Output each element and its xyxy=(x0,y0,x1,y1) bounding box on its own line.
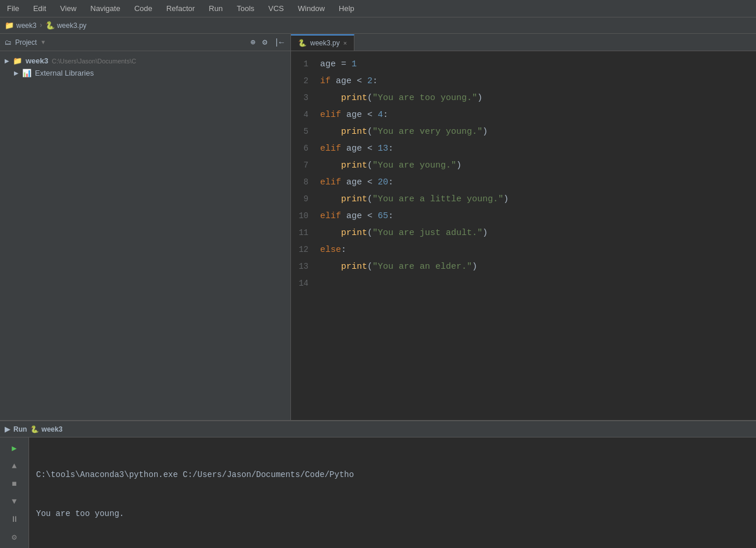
sidebar-content: ▶ 📁 week3 C:\Users\Jason\Documents\C ▶ 📊… xyxy=(0,51,290,420)
code-line-3: 3 print("You are too young.") xyxy=(291,90,756,106)
line-number-8: 8 xyxy=(291,174,320,190)
locate-icon[interactable]: ⊕ xyxy=(249,37,257,48)
bottom-panel: ▶ Run 🐍 week3 ▶ ▲ ■ ▼ ⏸ ⚙ C:\tools\Anaco… xyxy=(0,420,756,548)
menu-tools[interactable]: Tools xyxy=(235,3,257,14)
tab-close-button[interactable]: × xyxy=(343,40,347,47)
code-line-5: 5 print("You are very young.") xyxy=(291,123,756,140)
breadcrumb-file-label: week3.py xyxy=(57,22,87,30)
line-number-10: 10 xyxy=(291,208,320,224)
folder-icon: 📁 xyxy=(13,56,22,65)
menu-edit[interactable]: Edit xyxy=(31,3,48,14)
breadcrumb-folder[interactable]: 📁 week3 xyxy=(5,21,37,30)
code-line-11: 11 print("You are just adult.") xyxy=(291,225,756,241)
line-number-7: 7 xyxy=(291,157,320,173)
line-number-3: 3 xyxy=(291,90,320,106)
external-lib-icon: 📊 xyxy=(22,69,31,77)
week3-path: C:\Users\Jason\Documents\C xyxy=(52,58,136,65)
python-file-icon: 🐍 xyxy=(45,21,55,30)
line-content-7: print("You are young.") xyxy=(320,158,462,174)
breadcrumb: 📁 week3 › 🐍 week3.py xyxy=(0,17,756,34)
code-line-13: 13 print("You are an elder.") xyxy=(291,258,756,275)
code-line-2: 2 if age < 2: xyxy=(291,73,756,90)
menu-vcs[interactable]: VCS xyxy=(266,3,286,14)
line-number-14: 14 xyxy=(291,275,320,291)
menu-help[interactable]: Help xyxy=(336,3,357,14)
run-tab-name: 🐍 week3 xyxy=(30,425,62,433)
line-content-11: print("You are just adult.") xyxy=(320,225,488,241)
line-number-13: 13 xyxy=(291,258,320,275)
code-line-10: 10 elif age < 65: xyxy=(291,208,756,225)
code-line-8: 8 elif age < 20: xyxy=(291,174,756,191)
main-area: 🗂 Project ▼ ⊕ ⚙ |← ▶ 📁 week3 C:\Users\Ja… xyxy=(0,34,756,420)
code-editor[interactable]: 1 age = 1 2 if age < 2: 3 print("You are… xyxy=(291,51,756,420)
line-number-11: 11 xyxy=(291,225,320,241)
line-content-3: print("You are too young.") xyxy=(320,90,482,106)
run-pause-button[interactable]: ⏸ xyxy=(7,513,22,527)
menu-run[interactable]: Run xyxy=(207,3,225,14)
run-output: C:\tools\Anaconda3\python.exe C:/Users/J… xyxy=(29,437,756,548)
line-content-6: elif age < 13: xyxy=(320,141,393,157)
sidebar-header: 🗂 Project ▼ ⊕ ⚙ |← xyxy=(0,34,290,51)
code-line-7: 7 print("You are young.") xyxy=(291,157,756,174)
line-number-12: 12 xyxy=(291,241,320,258)
code-line-6: 6 elif age < 13: xyxy=(291,140,756,157)
menu-refactor[interactable]: Refactor xyxy=(164,3,197,14)
sidebar-item-external-libraries[interactable]: ▶ 📊 External Libraries xyxy=(0,67,290,79)
run-tab-text: Run xyxy=(13,425,27,433)
line-number-5: 5 xyxy=(291,123,320,140)
run-down-button[interactable]: ▼ xyxy=(7,494,22,509)
folder-icon: 📁 xyxy=(5,21,14,30)
python-run-icon: 🐍 xyxy=(30,425,39,433)
line-content-12: else: xyxy=(320,242,346,258)
run-tab-bar: ▶ Run 🐍 week3 xyxy=(0,421,756,437)
line-content-1: age = 1 xyxy=(320,56,357,73)
line-content-9: print("You are a little young.") xyxy=(320,191,509,208)
line-content-2: if age < 2: xyxy=(320,73,378,90)
line-content-8: elif age < 20: xyxy=(320,175,393,191)
expand-arrow-icon: ▶ xyxy=(5,58,9,64)
code-line-4: 4 elif age < 4: xyxy=(291,106,756,123)
menu-navigate[interactable]: Navigate xyxy=(88,3,122,14)
run-icon: ▶ xyxy=(5,425,10,433)
expand-arrow-ext-icon: ▶ xyxy=(14,70,19,76)
run-output-result: You are too young. xyxy=(36,507,749,520)
tab-bar: 🐍 week3.py × xyxy=(291,34,756,51)
line-number-2: 2 xyxy=(291,73,320,89)
sidebar-actions: ⊕ ⚙ |← xyxy=(249,37,286,48)
collapse-icon[interactable]: |← xyxy=(272,37,286,48)
menu-window[interactable]: Window xyxy=(296,3,327,14)
line-content-10: elif age < 65: xyxy=(320,208,393,225)
line-number-6: 6 xyxy=(291,140,320,156)
line-content-4: elif age < 4: xyxy=(320,107,388,123)
run-content: ▶ ▲ ■ ▼ ⏸ ⚙ C:\tools\Anaconda3\python.ex… xyxy=(0,437,756,548)
line-number-4: 4 xyxy=(291,106,320,123)
tab-week3py[interactable]: 🐍 week3.py × xyxy=(291,34,354,51)
code-line-12: 12 else: xyxy=(291,241,756,258)
run-tab-label[interactable]: ▶ Run 🐍 week3 xyxy=(5,425,62,433)
chevron-down-icon[interactable]: ▼ xyxy=(40,39,46,45)
run-settings-button[interactable]: ⚙ xyxy=(7,530,22,545)
menu-view[interactable]: View xyxy=(58,3,79,14)
menu-code[interactable]: Code xyxy=(132,3,155,14)
breadcrumb-file[interactable]: 🐍 week3.py xyxy=(45,21,87,30)
breadcrumb-folder-label: week3 xyxy=(16,22,37,30)
run-up-button[interactable]: ▲ xyxy=(7,459,22,474)
line-content-13: print("You are an elder.") xyxy=(320,259,477,275)
tab-label: week3.py xyxy=(310,39,340,47)
breadcrumb-separator: › xyxy=(39,22,43,30)
sidebar-title: 🗂 Project ▼ xyxy=(5,38,46,47)
week3-folder-label: week3 xyxy=(26,56,48,65)
run-output-path: C:\tools\Anaconda3\python.exe C:/Users/J… xyxy=(36,468,749,481)
menu-file[interactable]: File xyxy=(5,3,22,14)
run-play-button[interactable]: ▶ xyxy=(7,441,22,456)
line-content-5: print("You are very young.") xyxy=(320,124,488,140)
sidebar-item-week3[interactable]: ▶ 📁 week3 C:\Users\Jason\Documents\C xyxy=(0,55,290,67)
run-stop-button[interactable]: ■ xyxy=(7,476,22,491)
menu-bar: File Edit View Navigate Code Refactor Ru… xyxy=(0,0,756,17)
editor-area: 🐍 week3.py × 1 age = 1 2 if age < 2: 3 p… xyxy=(291,34,756,420)
line-number-1: 1 xyxy=(291,56,320,72)
line-number-9: 9 xyxy=(291,191,320,207)
run-controls: ▶ ▲ ■ ▼ ⏸ ⚙ xyxy=(0,437,29,548)
settings-icon[interactable]: ⚙ xyxy=(261,37,269,48)
run-name-label: week3 xyxy=(41,425,62,433)
